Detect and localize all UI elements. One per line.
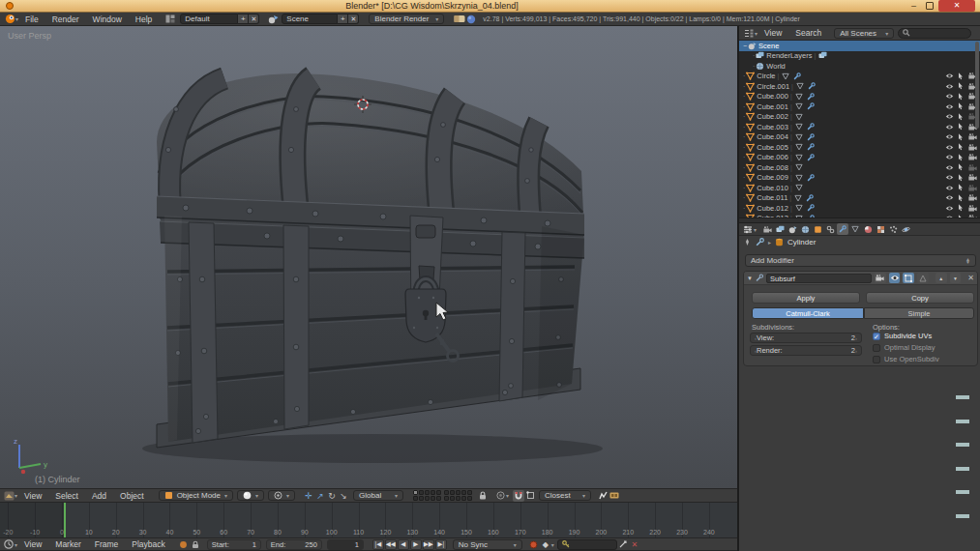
editor-type-outliner-icon[interactable] [743,27,755,39]
maximize-button[interactable] [926,2,934,10]
properties-editor-arrow[interactable]: ▾ [754,226,757,233]
layout-delete-button[interactable]: ✕ [249,14,259,24]
selectability-cursor-icon[interactable] [956,123,965,130]
simple-button[interactable]: Simple [864,307,974,319]
checkbox-row-subdivide-uvs[interactable]: ✓Subdivide UVs [873,332,932,340]
proportional-edit-icon[interactable] [494,490,506,502]
lock-to-scene-icon[interactable] [477,490,489,502]
pivot-dropdown[interactable]: ▾ [268,490,295,501]
layer-cell[interactable] [444,490,449,495]
editor-type-timeline-icon[interactable] [3,538,15,550]
layer-cell[interactable] [444,496,449,501]
outliner-item-cube.001[interactable]: ·Cube.001| [739,102,980,112]
preview-range-icon[interactable] [178,538,190,550]
selectability-cursor-icon[interactable] [956,72,965,80]
tab-render[interactable] [761,223,773,235]
outliner-menu-view[interactable]: View [764,28,782,38]
opengl-render-anim-icon[interactable] [609,490,620,502]
outliner-item-cube.003[interactable]: ·Cube.003| [739,122,980,132]
snap-target-dropdown[interactable]: Closest▾ [539,490,591,501]
selectability-cursor-icon[interactable] [956,133,965,141]
pin-icon[interactable] [743,238,752,246]
selectability-cursor-icon[interactable] [956,163,965,171]
outliner-item-cube.002[interactable]: ·Cube.002| [739,112,980,123]
outliner-item-cube.006[interactable]: ·Cube.006| [739,153,980,163]
menu-file[interactable]: File [25,14,39,24]
selectability-cursor-icon[interactable] [956,174,965,182]
layer-cell[interactable] [425,490,430,495]
outliner-item-cube.009[interactable]: ·Cube.009| [739,173,980,184]
layer-cell[interactable] [450,490,455,495]
outliner-item-cube.010[interactable]: ·Cube.010| [739,183,980,193]
playhead[interactable] [64,503,66,537]
play-button[interactable]: ▶ [410,539,422,550]
viewport-menu-add[interactable]: Add [92,491,106,501]
viewport-menu-view[interactable]: View [24,491,42,501]
selectability-cursor-icon[interactable] [956,82,965,90]
tab-render-layers[interactable] [774,223,786,235]
translate-manipulator-icon[interactable]: ↗ [314,490,326,502]
keying-set-arrow[interactable]: ▾ [551,541,554,548]
layer-cell[interactable] [419,490,424,495]
next-keyframe-button[interactable]: ▶▶ [423,539,434,550]
selectability-cursor-icon[interactable] [956,143,965,151]
outliner-item-world[interactable]: ·World [739,61,980,72]
timeline-ruler[interactable]: -20-100102030405060708090100110120130140… [0,503,737,537]
viewport-menu-select[interactable]: Select [55,491,78,501]
jump-start-button[interactable]: |◀ [372,539,384,550]
snap-magnet-icon[interactable] [513,490,524,502]
layer-cell[interactable] [431,496,435,501]
layer-cell[interactable] [413,490,418,495]
orientation-dropdown[interactable]: Global▾ [353,490,403,501]
visibility-eye-icon[interactable] [944,124,954,130]
lock-frame-icon[interactable] [190,538,201,550]
outliner-scrollbar[interactable] [975,42,979,129]
layer-cell[interactable] [467,490,472,495]
tab-constraints[interactable] [824,223,836,235]
play-reverse-button[interactable]: ◀ [398,539,409,550]
layer-cell[interactable] [467,496,472,501]
viewport-menu-object[interactable]: Object [120,491,144,501]
menu-window[interactable]: Window [93,14,122,24]
visibility-eye-icon[interactable] [944,93,954,100]
outliner-menu-search[interactable]: Search [795,28,821,38]
modifier-editmode-toggle[interactable] [903,273,914,283]
layer-cell[interactable] [419,496,424,501]
tab-material[interactable] [862,223,874,235]
selectability-cursor-icon[interactable] [956,184,965,191]
menu-render[interactable]: Render [52,14,79,24]
prev-keyframe-button[interactable]: ◀◀ [385,539,397,550]
3d-viewport[interactable]: User Persp [0,26,737,488]
visibility-eye-icon[interactable] [944,113,954,120]
checkbox-checked[interactable]: ✓ [873,333,880,340]
scene-add-button[interactable]: + [338,14,348,24]
copy-button[interactable]: Copy [866,292,974,304]
outliner-item-circle.001[interactable]: ·Circle.001| [739,81,980,92]
breadcrumb-object-name[interactable]: Cylinder [787,238,816,246]
layer-cell[interactable] [436,496,441,501]
renderability-camera-icon[interactable] [967,144,977,151]
selectability-cursor-icon[interactable] [956,102,965,110]
renderability-camera-icon[interactable] [967,174,977,181]
snap-element-icon[interactable] [524,490,536,502]
tab-physics[interactable] [900,223,911,235]
catmull-clark-button[interactable]: Catmull-Clark [752,307,864,319]
outliner-item-circle[interactable]: ·Circle| [739,72,980,82]
outliner-filter-dropdown[interactable]: All Scenes▾ [834,28,894,39]
opengl-render-icon[interactable] [597,490,609,502]
outliner-item-cube.000[interactable]: ·Cube.000| [739,92,980,102]
close-button[interactable]: ✕ [938,0,975,12]
visibility-eye-icon[interactable] [944,154,954,160]
editor-type-properties-icon[interactable] [742,223,754,235]
outliner-search-field[interactable] [898,28,971,39]
outliner-item-cube.005[interactable]: ·Cube.005| [739,142,980,153]
outliner-item-cube.008[interactable]: ·Cube.008| [739,162,980,173]
outliner-item-renderlayers[interactable]: ·RenderLayers| [739,51,980,62]
outliner-item-cube.012[interactable]: ·Cube.012| [739,203,980,214]
modifier-delete-icon[interactable]: ✕ [967,274,974,282]
selectability-cursor-icon[interactable] [956,93,965,101]
selectability-cursor-icon[interactable] [956,194,965,202]
modifier-move-up-button[interactable]: ▲ [935,273,947,283]
visibility-eye-icon[interactable] [944,144,954,151]
view-subdivisions-field[interactable]: ‹View: 2› [750,333,862,343]
